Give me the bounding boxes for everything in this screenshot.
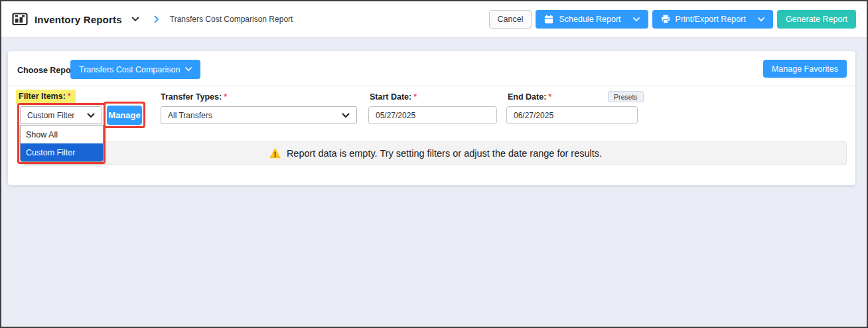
page-title[interactable]: Inventory Reports [35,14,122,25]
report-panel: Choose Report Transfers Cost Comparison … [8,51,855,185]
cancel-button[interactable]: Cancel [489,10,532,29]
breadcrumb: Inventory Reports Transfers Cost Compari… [12,12,293,27]
printer-icon [661,15,670,24]
end-date-label-text: End Date: [508,92,546,102]
start-date-input[interactable] [368,106,497,124]
dropdown-option-custom-filter[interactable]: Custom Filter [21,143,103,161]
inventory-report-icon [12,12,28,27]
transfer-types-select[interactable]: All Transfers [161,106,357,124]
end-date-input[interactable] [506,106,638,124]
empty-report-message-text: Report data is empty. Try setting filter… [287,148,602,159]
breadcrumb-current-page: Transfers Cost Comparison Report [170,15,293,24]
transfer-types-label: Transfer Types:* [161,92,227,102]
empty-report-message: Report data is empty. Try setting filter… [24,141,847,165]
warning-icon [269,147,281,159]
manage-favorites-button[interactable]: Manage Favorites [763,60,847,78]
report-selector-dropdown[interactable]: Transfers Cost Comparison [70,60,200,79]
schedule-report-label: Schedule Report [559,15,620,24]
print-export-report-label: Print/Export Report [676,15,746,24]
filter-items-dropdown-list: Show All Custom Filter [20,125,104,162]
required-asterisk: * [548,92,551,102]
end-date-label: End Date:* [508,92,551,102]
start-date-label: Start Date:* [370,92,417,102]
transfer-types-label-text: Transfer Types: [161,92,222,102]
start-date-label-text: Start Date: [370,92,411,102]
required-asterisk: * [224,92,227,102]
chevron-down-icon [185,67,192,72]
required-asterisk: * [413,92,417,102]
print-export-report-button[interactable]: Print/Export Report [652,10,773,29]
app-window: Inventory Reports Transfers Cost Compari… [0,0,868,328]
chevron-down-icon[interactable] [131,17,139,22]
calendar-icon [544,15,553,24]
required-asterisk: * [68,92,71,101]
filter-items-select-value: Custom Filter [27,111,74,120]
topbar-actions: Cancel Schedule Report [489,10,856,29]
filter-items-select[interactable]: Custom Filter [20,106,102,124]
chevron-down-icon [87,113,95,118]
dropdown-option-show-all[interactable]: Show All [21,125,103,143]
divider [8,86,855,86]
generate-report-button[interactable]: Generate Report [777,10,856,29]
chevron-down-icon [342,113,350,118]
top-bar: Inventory Reports Transfers Cost Compari… [1,1,867,38]
report-selector-label: Transfers Cost Comparison [79,65,180,74]
presets-button[interactable]: Presets [608,91,644,102]
filter-items-label: Filter Items:* [16,90,76,104]
choose-report-label: Choose Report [17,66,77,75]
schedule-report-button[interactable]: Schedule Report [536,10,648,29]
chevron-down-icon[interactable] [758,17,764,22]
breadcrumb-chevron-right-icon [154,15,159,23]
manage-filter-button[interactable]: Manage [107,106,142,125]
transfer-types-select-value: All Transfers [168,111,212,120]
chevron-down-icon[interactable] [633,17,640,22]
filter-items-label-text: Filter Items: [19,92,66,101]
